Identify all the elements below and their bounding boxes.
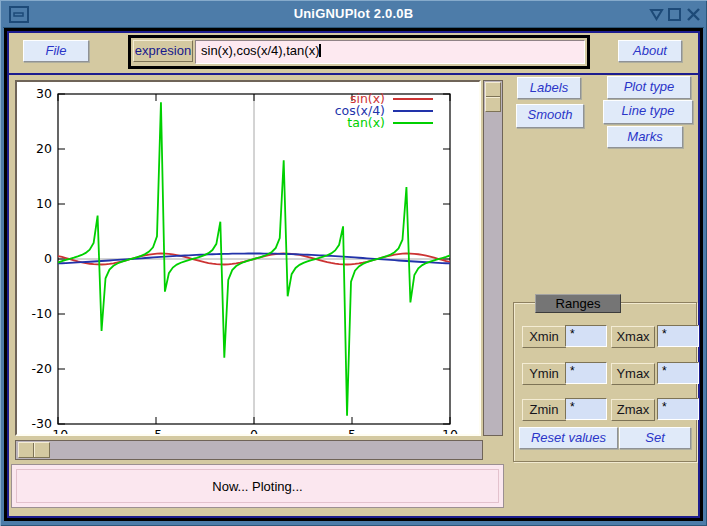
window-title: UniGNUPlot 2.0.0B <box>3 6 704 21</box>
zmin-label: Zmin <box>522 399 566 421</box>
svg-text:-10: -10 <box>48 427 68 434</box>
shade-triangle-icon <box>648 5 665 24</box>
svg-text:tan(x): tan(x) <box>347 115 385 130</box>
zmax-input[interactable]: * <box>657 398 699 420</box>
svg-text:-10: -10 <box>32 306 52 321</box>
xmax-input[interactable]: * <box>657 325 699 347</box>
plot-horizontal-scrollbar[interactable] <box>15 440 483 460</box>
svg-text:-20: -20 <box>32 361 52 376</box>
close-icon <box>685 5 702 24</box>
reset-values-button[interactable]: Reset values <box>519 427 618 449</box>
plot-svg: 3020100-10-20-30-10-50510sin(x)cos(x/4)t… <box>17 82 479 434</box>
status-bar: Now... Ploting... <box>11 464 504 508</box>
toolbar: File expresion sin(x),cos(x/4),tan(x) Ab… <box>9 33 698 75</box>
vertical-scroll-thumb[interactable] <box>485 82 501 112</box>
svg-text:-5: -5 <box>150 427 162 434</box>
expression-input[interactable]: sin(x),cos(x/4),tan(x) <box>195 40 585 64</box>
expression-group: expresion sin(x),cos(x/4),tan(x) <box>128 35 590 69</box>
svg-text:20: 20 <box>36 141 52 156</box>
file-button[interactable]: File <box>23 40 89 62</box>
expression-text: sin(x),cos(x/4),tan(x) <box>201 43 319 58</box>
marks-button[interactable]: Marks <box>607 126 683 148</box>
app-window: UniGNUPlot 2.0.0B <box>0 0 707 526</box>
svg-text:10: 10 <box>442 427 458 434</box>
svg-text:30: 30 <box>36 86 52 101</box>
ymin-input[interactable]: * <box>565 362 607 384</box>
close-button[interactable] <box>685 5 702 24</box>
svg-text:0: 0 <box>250 427 258 434</box>
ymin-label: Ymin <box>522 363 566 385</box>
svg-text:5: 5 <box>348 427 356 434</box>
window-content: File expresion sin(x),cos(x/4),tan(x) Ab… <box>4 28 703 521</box>
status-message: Now... Ploting... <box>16 469 499 503</box>
plot-type-button[interactable]: Plot type <box>607 76 691 99</box>
plot-panel: 3020100-10-20-30-10-50510sin(x)cos(x/4)t… <box>11 76 505 461</box>
shade-button[interactable] <box>648 5 665 24</box>
zmax-label: Zmax <box>611 399 655 421</box>
zmin-input[interactable]: * <box>565 398 607 420</box>
plot-vertical-scrollbar[interactable] <box>483 80 503 436</box>
smooth-button[interactable]: Smooth <box>516 104 584 128</box>
svg-text:0: 0 <box>44 251 52 266</box>
line-type-button[interactable]: Line type <box>603 100 693 124</box>
ranges-title: Ranges <box>535 294 621 313</box>
set-button[interactable]: Set <box>619 427 691 449</box>
xmin-input[interactable]: * <box>565 325 607 347</box>
maximize-icon <box>666 5 683 24</box>
maximize-button[interactable] <box>666 5 683 24</box>
xmax-label: Xmax <box>611 326 655 348</box>
xmin-label: Xmin <box>522 326 566 348</box>
text-caret <box>319 44 321 57</box>
ymax-label: Ymax <box>611 363 655 385</box>
labels-button[interactable]: Labels <box>517 77 581 99</box>
title-bar[interactable]: UniGNUPlot 2.0.0B <box>3 2 704 28</box>
plot-canvas: 3020100-10-20-30-10-50510sin(x)cos(x/4)t… <box>15 80 481 436</box>
about-button[interactable]: About <box>618 40 682 62</box>
content-frame: File expresion sin(x),cos(x/4),tan(x) Ab… <box>7 31 700 518</box>
ymax-input[interactable]: * <box>657 362 699 384</box>
expression-label: expresion <box>133 40 193 62</box>
svg-text:10: 10 <box>36 196 52 211</box>
horizontal-scroll-thumb[interactable] <box>18 442 50 458</box>
